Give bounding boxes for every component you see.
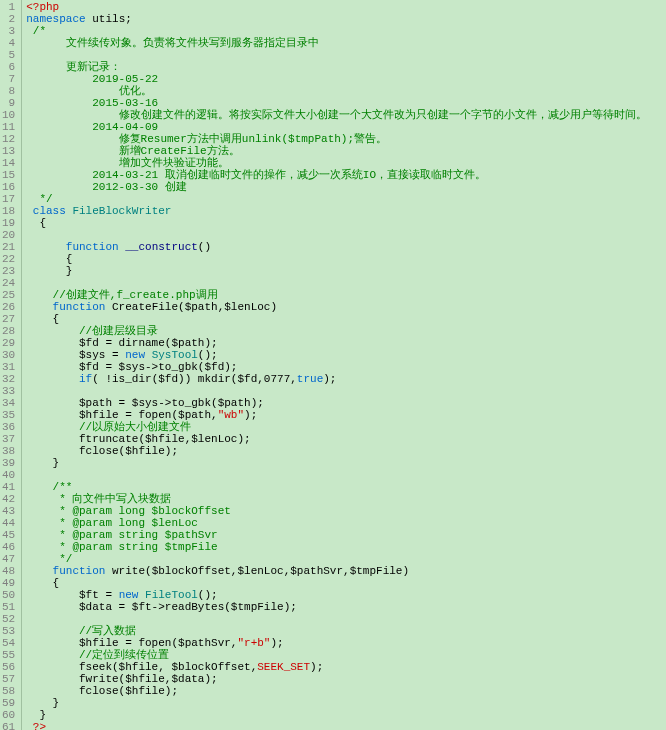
code-line[interactable] xyxy=(26,613,666,625)
code-line[interactable]: if( !is_dir($fd)) mkdir($fd,0777,true); xyxy=(26,373,666,385)
line-number: 15 xyxy=(2,169,15,181)
line-number: 12 xyxy=(2,133,15,145)
code-line[interactable]: namespace utils; xyxy=(26,13,666,25)
code-line[interactable]: $fd = dirname($path); xyxy=(26,337,666,349)
line-number: 31 xyxy=(2,361,15,373)
line-number: 48 xyxy=(2,565,15,577)
line-number: 10 xyxy=(2,109,15,121)
code-line[interactable]: */ xyxy=(26,193,666,205)
code-line[interactable]: ?> xyxy=(26,721,666,730)
code-line[interactable]: $path = $sys->to_gbk($path); xyxy=(26,397,666,409)
code-line[interactable] xyxy=(26,469,666,481)
code-line[interactable]: * @param string $tmpFile xyxy=(26,541,666,553)
code-line[interactable]: function __construct() xyxy=(26,241,666,253)
code-area[interactable]: <?phpnamespace utils; /* 文件续传对象。负责将文件块写到… xyxy=(22,0,666,730)
code-line[interactable]: fclose($hfile); xyxy=(26,445,666,457)
code-line[interactable] xyxy=(26,229,666,241)
line-number: 56 xyxy=(2,661,15,673)
code-line[interactable]: $fd = $sys->to_gbk($fd); xyxy=(26,361,666,373)
code-line[interactable]: /* xyxy=(26,25,666,37)
line-number: 22 xyxy=(2,253,15,265)
line-number: 46 xyxy=(2,541,15,553)
code-line[interactable] xyxy=(26,277,666,289)
code-line[interactable]: class FileBlockWriter xyxy=(26,205,666,217)
code-line[interactable]: { xyxy=(26,313,666,325)
line-number: 57 xyxy=(2,673,15,685)
code-line[interactable]: * 向文件中写入块数据 xyxy=(26,493,666,505)
code-line[interactable]: { xyxy=(26,253,666,265)
line-number: 38 xyxy=(2,445,15,457)
code-line[interactable]: 修改创建文件的逻辑。将按实际文件大小创建一个大文件改为只创建一个字节的小文件，减… xyxy=(26,109,666,121)
code-line[interactable]: { xyxy=(26,577,666,589)
code-line[interactable] xyxy=(26,385,666,397)
line-number: 43 xyxy=(2,505,15,517)
code-line[interactable]: 优化。 xyxy=(26,85,666,97)
line-number: 21 xyxy=(2,241,15,253)
line-number: 1 xyxy=(2,1,15,13)
code-line[interactable]: } xyxy=(26,709,666,721)
line-number: 25 xyxy=(2,289,15,301)
code-line[interactable]: function write($blockOffset,$lenLoc,$pat… xyxy=(26,565,666,577)
code-line[interactable]: $data = $ft->readBytes($tmpFile); xyxy=(26,601,666,613)
code-line[interactable]: 更新记录： xyxy=(26,61,666,73)
code-line[interactable]: 文件续传对象。负责将文件块写到服务器指定目录中 xyxy=(26,37,666,49)
code-line[interactable]: } xyxy=(26,697,666,709)
code-line[interactable]: //以原始大小创建文件 xyxy=(26,421,666,433)
code-line[interactable]: 2012-03-30 创建 xyxy=(26,181,666,193)
line-number: 24 xyxy=(2,277,15,289)
line-number: 6 xyxy=(2,61,15,73)
code-line[interactable]: 2014-04-09 xyxy=(26,121,666,133)
line-number: 55 xyxy=(2,649,15,661)
code-line[interactable]: * @param long $blockOffset xyxy=(26,505,666,517)
code-line[interactable]: <?php xyxy=(26,1,666,13)
code-line[interactable]: $hfile = fopen($pathSvr,"r+b"); xyxy=(26,637,666,649)
code-line[interactable]: ftruncate($hfile,$lenLoc); xyxy=(26,433,666,445)
line-number: 44 xyxy=(2,517,15,529)
code-line[interactable]: 增加文件块验证功能。 xyxy=(26,157,666,169)
code-line[interactable]: fwrite($hfile,$data); xyxy=(26,673,666,685)
code-line[interactable]: 2015-03-16 xyxy=(26,97,666,109)
line-number: 58 xyxy=(2,685,15,697)
line-number: 13 xyxy=(2,145,15,157)
line-number: 14 xyxy=(2,157,15,169)
code-line[interactable]: function CreateFile($path,$lenLoc) xyxy=(26,301,666,313)
line-number: 9 xyxy=(2,97,15,109)
code-line[interactable]: $hfile = fopen($path,"wb"); xyxy=(26,409,666,421)
line-number: 7 xyxy=(2,73,15,85)
code-line[interactable]: $ft = new FileTool(); xyxy=(26,589,666,601)
line-number: 59 xyxy=(2,697,15,709)
code-line[interactable]: $sys = new SysTool(); xyxy=(26,349,666,361)
line-number: 45 xyxy=(2,529,15,541)
code-line[interactable]: 2019-05-22 xyxy=(26,73,666,85)
line-number: 19 xyxy=(2,217,15,229)
line-number: 42 xyxy=(2,493,15,505)
code-line[interactable]: { xyxy=(26,217,666,229)
code-editor[interactable]: 1234567891011121314151617181920212223242… xyxy=(0,0,666,730)
line-number: 8 xyxy=(2,85,15,97)
code-line[interactable]: fclose($hfile); xyxy=(26,685,666,697)
code-line[interactable]: * @param long $lenLoc xyxy=(26,517,666,529)
code-line[interactable]: fseek($hfile, $blockOffset,SEEK_SET); xyxy=(26,661,666,673)
code-line[interactable]: } xyxy=(26,265,666,277)
line-number: 20 xyxy=(2,229,15,241)
line-number: 2 xyxy=(2,13,15,25)
code-line[interactable]: //写入数据 xyxy=(26,625,666,637)
code-line[interactable]: 新增CreateFile方法。 xyxy=(26,145,666,157)
line-number: 37 xyxy=(2,433,15,445)
code-line[interactable]: */ xyxy=(26,553,666,565)
code-line[interactable]: * @param string $pathSvr xyxy=(26,529,666,541)
code-line[interactable]: //创建层级目录 xyxy=(26,325,666,337)
code-line[interactable]: //定位到续传位置 xyxy=(26,649,666,661)
line-number: 11 xyxy=(2,121,15,133)
code-line[interactable]: 2014-03-21 取消创建临时文件的操作，减少一次系统IO，直接读取临时文件… xyxy=(26,169,666,181)
line-number: 47 xyxy=(2,553,15,565)
line-number: 5 xyxy=(2,49,15,61)
code-line[interactable]: /** xyxy=(26,481,666,493)
code-line[interactable] xyxy=(26,49,666,61)
line-number: 16 xyxy=(2,181,15,193)
code-line[interactable]: 修复Resumer方法中调用unlink($tmpPath);警告。 xyxy=(26,133,666,145)
code-line[interactable]: } xyxy=(26,457,666,469)
line-number: 18 xyxy=(2,205,15,217)
line-number-gutter: 1234567891011121314151617181920212223242… xyxy=(0,0,22,730)
code-line[interactable]: //创建文件,f_create.php调用 xyxy=(26,289,666,301)
